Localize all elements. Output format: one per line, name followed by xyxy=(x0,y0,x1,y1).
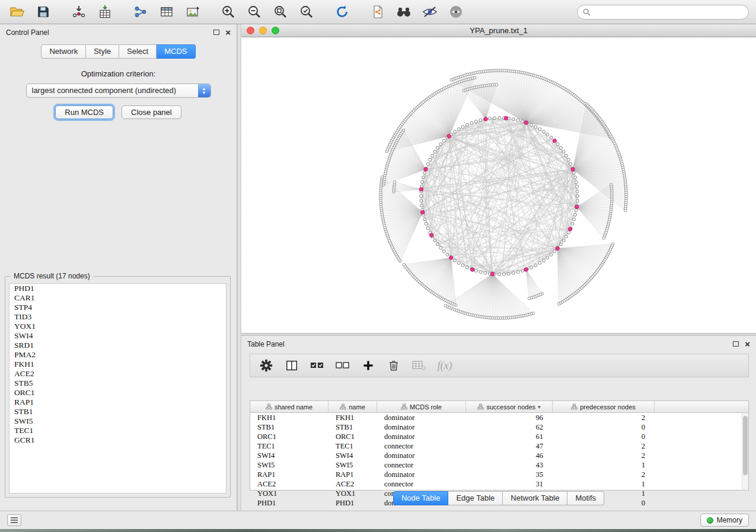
tab-motifs[interactable]: Motifs xyxy=(567,491,604,505)
column-header-predecessor-nodes[interactable]: predecessor nodes xyxy=(553,401,655,412)
column-header-filler xyxy=(655,401,748,412)
window-close-button[interactable] xyxy=(247,27,254,34)
mcds-list-item[interactable]: SWI4 xyxy=(9,331,226,341)
table-cell: TEC1 xyxy=(250,441,328,451)
criterion-dropdown-value: largest connected component (undirected) xyxy=(32,86,177,95)
unchecked-boxes-icon xyxy=(335,359,350,372)
table-settings-button[interactable] xyxy=(259,357,274,374)
tab-mcds[interactable]: MCDS xyxy=(157,44,195,59)
close-panel-button[interactable]: Close panel xyxy=(122,105,181,119)
mcds-list-item[interactable]: RAP1 xyxy=(9,398,226,407)
column-header-name[interactable]: name xyxy=(328,401,377,412)
table-row[interactable]: ORC1ORC1dominator610 xyxy=(250,432,748,441)
table-row[interactable]: FKH1FKH1dominator962 xyxy=(250,413,748,422)
network-table-button[interactable] xyxy=(157,3,177,21)
select-all-button[interactable] xyxy=(310,357,325,374)
mcds-list-item[interactable]: STB5 xyxy=(9,379,226,388)
tab-node-table[interactable]: Node Table xyxy=(393,491,449,505)
export-image-icon xyxy=(185,5,200,19)
zoom-fit-button[interactable] xyxy=(270,3,291,21)
optimization-criterion-label: Optimization criterion: xyxy=(0,69,237,78)
mcds-list-item[interactable]: SRD1 xyxy=(9,341,226,350)
column-header-successor-nodes[interactable]: successor nodes▾ xyxy=(466,401,553,412)
function-builder-button[interactable]: f(x) xyxy=(437,357,452,374)
column-header-MCDS-role[interactable]: MCDS role xyxy=(377,401,466,412)
function-icon: f(x) xyxy=(438,360,452,372)
desktop-strip xyxy=(0,529,756,532)
tab-style[interactable]: Style xyxy=(86,44,119,59)
mcds-list-item[interactable]: TEC1 xyxy=(9,426,226,435)
save-session-button[interactable] xyxy=(33,3,53,21)
zoom-in-button[interactable] xyxy=(218,3,238,21)
mcds-list-item[interactable]: STB1 xyxy=(9,407,226,416)
add-row-button[interactable] xyxy=(361,357,376,374)
mcds-list-item[interactable]: YOX1 xyxy=(9,322,226,331)
vertical-splitter[interactable] xyxy=(237,24,241,511)
mcds-list-item[interactable]: PMA2 xyxy=(9,350,226,360)
column-label: shared name xyxy=(275,403,312,411)
import-network-button[interactable] xyxy=(69,3,89,21)
new-network-icon xyxy=(133,5,148,19)
export-image-button[interactable] xyxy=(183,3,203,21)
delete-row-button[interactable] xyxy=(386,357,401,374)
show-columns-button[interactable] xyxy=(284,357,299,374)
mcds-list-item[interactable]: FKH1 xyxy=(9,360,226,369)
mcds-list-item[interactable]: GCR1 xyxy=(9,435,226,445)
deselect-all-button[interactable] xyxy=(335,357,350,374)
table-scrollbar[interactable] xyxy=(742,413,748,490)
table-cell: 2 xyxy=(553,413,655,422)
tab-network-table[interactable]: Network Table xyxy=(503,491,567,505)
gear-icon xyxy=(260,359,273,372)
open-file-button[interactable] xyxy=(7,3,27,21)
window-minimize-button[interactable] xyxy=(259,27,267,34)
clear-table-button[interactable] xyxy=(412,357,427,374)
network-graph[interactable] xyxy=(241,37,756,333)
run-mcds-button[interactable]: Run MCDS xyxy=(55,105,113,119)
close-panel-icon[interactable]: × xyxy=(225,30,231,36)
memory-label: Memory xyxy=(717,516,742,524)
mcds-list-item[interactable]: ORC1 xyxy=(9,388,226,398)
mcds-list-item[interactable]: ACE2 xyxy=(9,369,226,379)
table-toolbar: f(x) xyxy=(250,354,749,377)
tab-network[interactable]: Network xyxy=(41,44,86,59)
new-network-button[interactable] xyxy=(130,3,151,21)
zoom-selected-button[interactable] xyxy=(296,3,317,21)
refresh-button[interactable] xyxy=(332,3,352,21)
column-type-icon xyxy=(477,403,484,410)
mcds-list-item[interactable]: SWI5 xyxy=(9,416,226,426)
memory-button[interactable]: Memory xyxy=(700,514,749,527)
binoculars-icon xyxy=(395,5,412,18)
share-document-button[interactable] xyxy=(368,3,388,21)
criterion-dropdown[interactable]: largest connected component (undirected)… xyxy=(26,84,211,98)
tab-select[interactable]: Select xyxy=(119,44,157,59)
scrollbar-thumb[interactable] xyxy=(743,416,748,475)
network-table-icon xyxy=(159,5,174,19)
float-table-panel-icon[interactable] xyxy=(733,341,739,347)
table-row[interactable]: TEC1TEC1connector472 xyxy=(250,441,748,451)
import-table-button[interactable] xyxy=(95,3,115,21)
table-row[interactable]: SWI4SWI4dominator462 xyxy=(250,451,748,460)
table-cell: 2 xyxy=(553,470,655,479)
mcds-list-item[interactable]: TID3 xyxy=(9,312,226,322)
table-row[interactable]: RAP1RAP1dominator352 xyxy=(250,470,748,479)
table-row[interactable]: ACE2ACE2connector311 xyxy=(250,479,748,489)
search-input[interactable] xyxy=(594,7,743,17)
close-table-panel-icon[interactable]: × xyxy=(745,341,750,347)
task-history-button[interactable] xyxy=(7,514,21,526)
zoom-out-button[interactable] xyxy=(244,3,264,21)
mcds-list-item[interactable]: CAR1 xyxy=(9,293,226,303)
window-maximize-button[interactable] xyxy=(272,27,279,34)
float-panel-icon[interactable] xyxy=(213,30,219,35)
table-row[interactable]: SWI5SWI5connector431 xyxy=(250,460,748,470)
mcds-list-item[interactable]: STP4 xyxy=(9,303,226,312)
table-cell: 1 xyxy=(553,460,655,470)
mcds-list-item[interactable]: PHD1 xyxy=(9,284,226,293)
tab-edge-table[interactable]: Edge Table xyxy=(448,491,503,505)
show-hide-graphics-button[interactable] xyxy=(420,3,440,21)
find-button[interactable] xyxy=(394,3,414,21)
column-header-shared-name[interactable]: shared name xyxy=(250,401,328,412)
table-cell: SWI4 xyxy=(250,451,328,460)
birds-eye-view-button[interactable] xyxy=(446,3,466,21)
table-row[interactable]: STB1STB1dominator620 xyxy=(250,422,748,432)
toolbar-group-file xyxy=(7,3,53,21)
